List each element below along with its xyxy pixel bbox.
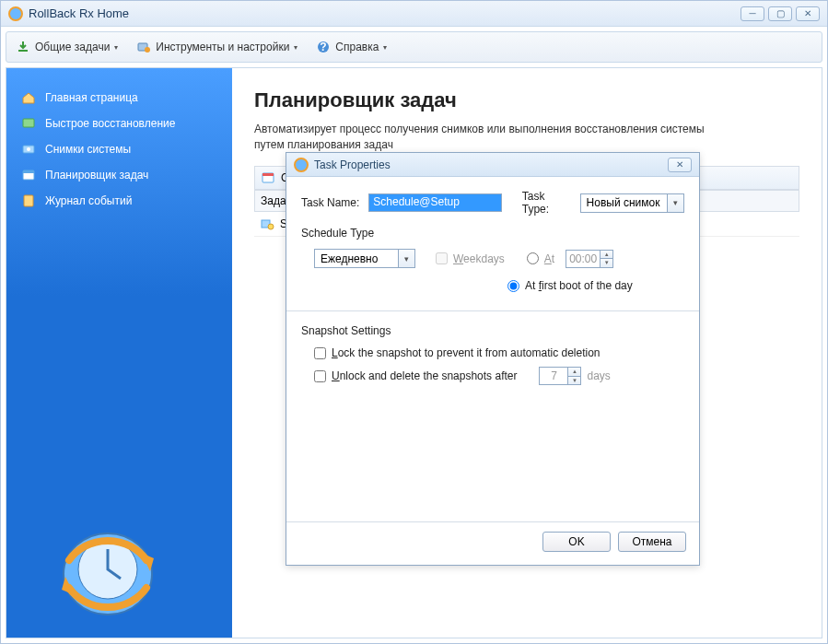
page-title: Планировщик задач bbox=[254, 88, 799, 112]
svg-rect-1 bbox=[18, 50, 28, 52]
sidebar-item-log[interactable]: Журнал событий bbox=[6, 188, 232, 214]
close-button[interactable]: ✕ bbox=[796, 6, 820, 21]
task-type-label: Task Type: bbox=[522, 190, 573, 216]
home-icon bbox=[21, 90, 36, 105]
frequency-combo[interactable]: Ежедневно bbox=[314, 249, 415, 268]
sidebar-item-label: Быстрое восстановление bbox=[45, 117, 175, 130]
svg-text:?: ? bbox=[321, 41, 327, 53]
task-name-label: Task Name: bbox=[301, 196, 361, 209]
unlock-delete-checkbox[interactable] bbox=[314, 370, 326, 382]
svg-point-3 bbox=[145, 47, 150, 53]
svg-point-17 bbox=[268, 224, 274, 229]
at-label: At bbox=[544, 252, 554, 265]
svg-rect-10 bbox=[23, 170, 34, 173]
calendar-icon bbox=[261, 170, 275, 185]
time-value: 00:00 bbox=[566, 251, 600, 267]
task-properties-dialog: Task Properties ✕ Task Name: Schedule@Se… bbox=[286, 152, 700, 566]
sidebar-item-label: Журнал событий bbox=[45, 194, 132, 207]
spinner-up-icon[interactable]: ▲ bbox=[568, 368, 580, 377]
first-boot-label: At first boot of the day bbox=[525, 279, 633, 292]
task-icon bbox=[260, 217, 274, 231]
svg-rect-6 bbox=[23, 119, 34, 127]
ok-button[interactable]: OK bbox=[542, 532, 611, 552]
sidebar-item-label: Планировщик задач bbox=[45, 169, 148, 181]
toolbar-common-label: Общие задачи bbox=[35, 41, 110, 53]
minimize-button[interactable]: ─ bbox=[741, 6, 764, 21]
sidebar-item-scheduler[interactable]: Планировщик задач bbox=[6, 162, 232, 188]
svg-rect-15 bbox=[262, 173, 274, 176]
lock-snapshot-label: Lock the snapshot to prevent it from aut… bbox=[332, 346, 601, 359]
lock-snapshot-checkbox[interactable] bbox=[314, 347, 326, 359]
sidebar-item-snapshots[interactable]: Снимки системы bbox=[6, 136, 232, 162]
app-icon bbox=[8, 6, 23, 21]
cancel-button[interactable]: Отмена bbox=[618, 532, 686, 552]
at-radio[interactable] bbox=[527, 252, 539, 264]
schedule-type-label: Schedule Type bbox=[301, 227, 684, 240]
weekdays-checkbox bbox=[436, 252, 448, 264]
chevron-down-icon[interactable] bbox=[667, 194, 683, 212]
first-boot-radio[interactable] bbox=[507, 280, 519, 292]
spinner-down-icon[interactable]: ▼ bbox=[568, 377, 580, 385]
chevron-down-icon: ▾ bbox=[114, 43, 118, 52]
task-type-combo[interactable]: Новый снимок bbox=[580, 193, 684, 213]
window-title: RollBack Rx Home bbox=[29, 6, 741, 20]
tools-icon bbox=[136, 40, 151, 54]
download-icon bbox=[16, 40, 30, 54]
task-name-input[interactable]: Schedule@Setup bbox=[368, 193, 501, 212]
spinner-up-icon[interactable]: ▲ bbox=[601, 251, 612, 260]
chevron-down-icon[interactable] bbox=[398, 250, 414, 267]
dialog-close-button[interactable]: ✕ bbox=[668, 158, 692, 172]
snapshot-icon bbox=[21, 142, 36, 157]
spinner-down-icon[interactable]: ▼ bbox=[601, 259, 612, 267]
toolbar-tools[interactable]: Инструменты и настройки ▾ bbox=[133, 37, 301, 57]
log-icon bbox=[21, 193, 36, 208]
svg-rect-11 bbox=[24, 195, 33, 206]
toolbar-tools-label: Инструменты и настройки bbox=[156, 41, 289, 53]
task-type-value: Новый снимок bbox=[581, 196, 667, 209]
weekdays-label: Weekdays bbox=[453, 252, 505, 265]
app-icon bbox=[294, 158, 309, 172]
days-label: days bbox=[587, 369, 610, 382]
titlebar: RollBack Rx Home ─ ▢ ✕ bbox=[1, 1, 827, 27]
sidebar-item-label: Снимки системы bbox=[45, 143, 131, 156]
svg-point-18 bbox=[295, 158, 308, 171]
maximize-button[interactable]: ▢ bbox=[768, 6, 792, 21]
toolbar: Общие задачи ▾ Инструменты и настройки ▾… bbox=[6, 31, 822, 63]
days-spinner[interactable]: 7 ▲▼ bbox=[539, 367, 581, 385]
dialog-title: Task Properties bbox=[314, 158, 668, 171]
toolbar-common-tasks[interactable]: Общие задачи ▾ bbox=[12, 37, 122, 57]
toolbar-help-label: Справка bbox=[335, 41, 379, 53]
scheduler-icon bbox=[21, 168, 36, 182]
svg-point-0 bbox=[9, 7, 22, 20]
page-description: Автоматизирует процесс получения снимков… bbox=[254, 122, 733, 153]
sidebar: Главная страница Быстрое восстановление … bbox=[6, 68, 232, 638]
chevron-down-icon: ▾ bbox=[294, 43, 297, 52]
time-spinner[interactable]: 00:00 ▲▼ bbox=[566, 250, 613, 268]
dialog-titlebar: Task Properties ✕ bbox=[286, 153, 699, 177]
toolbar-help[interactable]: ? Справка ▾ bbox=[312, 37, 391, 57]
chevron-down-icon: ▾ bbox=[383, 43, 387, 52]
sidebar-item-home[interactable]: Главная страница bbox=[6, 85, 232, 111]
help-icon: ? bbox=[316, 40, 331, 54]
snapshot-settings-label: Snapshot Settings bbox=[301, 324, 684, 337]
svg-point-8 bbox=[27, 147, 30, 151]
sidebar-item-restore[interactable]: Быстрое восстановление bbox=[6, 111, 232, 136]
brand-logo-icon bbox=[52, 523, 163, 625]
frequency-value: Ежедневно bbox=[315, 252, 398, 265]
sidebar-item-label: Главная страница bbox=[45, 91, 138, 104]
unlock-delete-label: Unlock and delete the snapshots after bbox=[332, 369, 517, 382]
restore-icon bbox=[21, 116, 36, 131]
days-value: 7 bbox=[540, 368, 567, 384]
